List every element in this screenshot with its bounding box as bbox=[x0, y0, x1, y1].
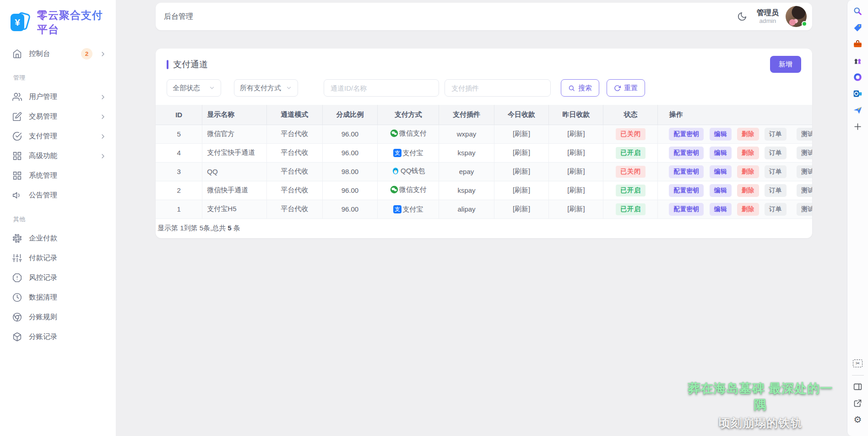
configure-keys-button[interactable]: 配置密钥 bbox=[669, 128, 704, 141]
cell-plugin: kspay bbox=[439, 143, 494, 162]
shopping-tag-icon[interactable] bbox=[852, 22, 863, 33]
refresh-today-link[interactable]: [刷新] bbox=[513, 167, 530, 175]
sidebar-item-console[interactable]: 控制台 2 bbox=[0, 44, 116, 64]
add-icon[interactable] bbox=[852, 121, 863, 132]
sidebar-item-user-management[interactable]: 用户管理 bbox=[0, 87, 116, 107]
sidebar-item-enterprise-payment[interactable]: 企业付款 bbox=[0, 229, 116, 248]
sidebar-item-label: 企业付款 bbox=[29, 234, 107, 243]
cell-plugin: epay bbox=[439, 162, 494, 181]
payment-method-select[interactable]: 所有支付方式 bbox=[234, 79, 298, 97]
cell-status: 已开启 bbox=[603, 200, 658, 218]
refresh-yesterday-link[interactable]: [刷新] bbox=[567, 167, 585, 175]
sidebar-item-label: 控制台 bbox=[29, 49, 74, 59]
add-button[interactable]: 新增 bbox=[770, 56, 801, 73]
cell-name: 微信快手通道 bbox=[202, 181, 267, 200]
orders-button[interactable]: 订单 bbox=[765, 184, 787, 197]
orders-button[interactable]: 订单 bbox=[765, 128, 787, 141]
cell-mode: 平台代收 bbox=[266, 162, 322, 181]
delete-button[interactable]: 删除 bbox=[737, 128, 759, 141]
cell-id: 3 bbox=[156, 162, 202, 181]
test-button[interactable]: 测试 bbox=[797, 203, 812, 216]
cell-method: 支付宝 bbox=[378, 200, 439, 218]
status-badge: 已关闭 bbox=[616, 128, 646, 140]
edit-button[interactable]: 编辑 bbox=[710, 203, 732, 216]
sidebar-item-system-management[interactable]: 系统管理 bbox=[0, 166, 116, 185]
cell-ratio: 98.00 bbox=[322, 162, 377, 181]
sidebar-item-data-cleanup[interactable]: 数据清理 bbox=[0, 288, 116, 307]
avatar[interactable] bbox=[786, 6, 807, 27]
orders-button[interactable]: 订单 bbox=[765, 203, 787, 216]
orders-button[interactable]: 订单 bbox=[765, 165, 787, 178]
sidebar-item-risk-records[interactable]: 风控记录 bbox=[0, 268, 116, 288]
microsoft-365-icon[interactable] bbox=[852, 71, 863, 82]
edit-button[interactable]: 编辑 bbox=[710, 128, 732, 141]
sidebar-item-payment-records[interactable]: 付款记录 bbox=[0, 248, 116, 268]
edit-button[interactable]: 编辑 bbox=[710, 165, 732, 178]
cell-ratio: 96.00 bbox=[322, 181, 377, 200]
sidebar-section-manage: 管理 bbox=[0, 64, 116, 87]
announcement-icon bbox=[12, 191, 22, 200]
open-external-icon[interactable] bbox=[852, 398, 863, 409]
refresh-today-link[interactable]: [刷新] bbox=[513, 186, 530, 194]
column-header-ratio: 分成比例 bbox=[322, 105, 377, 125]
delete-button[interactable]: 删除 bbox=[737, 184, 759, 197]
sidebar-item-split-records[interactable]: 分账记录 bbox=[0, 327, 116, 347]
sidebar-item-announcement-management[interactable]: 公告管理 bbox=[0, 185, 116, 205]
chevron-right-icon bbox=[99, 113, 107, 120]
sidebar-panel-icon[interactable] bbox=[852, 381, 863, 392]
sidebar-item-label: 分账规则 bbox=[29, 312, 107, 322]
refresh-yesterday-link[interactable]: [刷新] bbox=[567, 186, 585, 194]
user-meta: 管理员 admin bbox=[757, 8, 779, 25]
status-badge: 已开启 bbox=[616, 147, 646, 159]
test-button[interactable]: 测试 bbox=[797, 147, 812, 159]
search-button[interactable]: 搜索 bbox=[561, 79, 599, 97]
chevron-right-icon bbox=[99, 50, 107, 58]
search-icon[interactable] bbox=[852, 5, 863, 16]
chevron-down-icon bbox=[286, 85, 292, 91]
edit-button[interactable]: 编辑 bbox=[710, 184, 732, 197]
refresh-today-link[interactable]: [刷新] bbox=[513, 130, 530, 137]
column-header-mode: 通道模式 bbox=[266, 105, 322, 125]
test-button[interactable]: 测试 bbox=[797, 165, 812, 178]
sidebar-item-transaction-management[interactable]: 交易管理 bbox=[0, 107, 116, 126]
refresh-today-link[interactable]: [刷新] bbox=[513, 205, 530, 213]
test-button[interactable]: 测试 bbox=[797, 128, 812, 141]
cell-today: [刷新] bbox=[494, 181, 549, 200]
delete-button[interactable]: 删除 bbox=[737, 147, 759, 159]
configure-keys-button[interactable]: 配置密钥 bbox=[669, 184, 704, 197]
table-header-row: ID 显示名称 通道模式 分成比例 支付方式 支付插件 今日收款 昨日收款 状态… bbox=[156, 105, 812, 125]
toolbox-icon[interactable] bbox=[852, 38, 863, 49]
screenshot-icon[interactable]: ✂ bbox=[852, 358, 863, 369]
refresh-today-link[interactable]: [刷新] bbox=[513, 148, 530, 156]
sidebar-item-label: 风控记录 bbox=[29, 273, 107, 283]
refresh-yesterday-link[interactable]: [刷新] bbox=[567, 205, 585, 213]
logo-icon: ¥ bbox=[10, 12, 31, 33]
status-select[interactable]: 全部状态 bbox=[167, 79, 221, 97]
configure-keys-button[interactable]: 配置密钥 bbox=[669, 203, 704, 216]
send-icon[interactable] bbox=[852, 104, 863, 115]
test-button[interactable]: 测试 bbox=[797, 184, 812, 197]
cell-id: 4 bbox=[156, 143, 202, 162]
moon-icon bbox=[737, 11, 747, 22]
plugin-input[interactable] bbox=[445, 79, 551, 97]
column-header-yesterday: 昨日收款 bbox=[549, 105, 603, 125]
sidebar-item-label: 高级功能 bbox=[29, 151, 92, 161]
reset-button[interactable]: 重置 bbox=[607, 79, 645, 97]
dark-mode-toggle[interactable] bbox=[734, 9, 750, 24]
channel-id-input[interactable] bbox=[324, 79, 439, 97]
status-badge: 已开启 bbox=[616, 185, 646, 196]
games-icon[interactable] bbox=[852, 55, 863, 66]
delete-button[interactable]: 删除 bbox=[737, 203, 759, 216]
settings-gear-icon[interactable]: ⚙ bbox=[852, 414, 863, 425]
refresh-yesterday-link[interactable]: [刷新] bbox=[567, 130, 585, 137]
sidebar-item-advanced-features[interactable]: 高级功能 bbox=[0, 146, 116, 166]
configure-keys-button[interactable]: 配置密钥 bbox=[669, 147, 704, 159]
delete-button[interactable]: 删除 bbox=[737, 165, 759, 178]
configure-keys-button[interactable]: 配置密钥 bbox=[669, 165, 704, 178]
orders-button[interactable]: 订单 bbox=[765, 147, 787, 159]
refresh-yesterday-link[interactable]: [刷新] bbox=[567, 148, 585, 156]
edit-button[interactable]: 编辑 bbox=[710, 147, 732, 159]
sidebar-item-split-rules[interactable]: 分账规则 bbox=[0, 307, 116, 327]
sidebar-item-payment-management[interactable]: 支付管理 bbox=[0, 126, 116, 146]
outlook-icon[interactable] bbox=[852, 88, 863, 99]
